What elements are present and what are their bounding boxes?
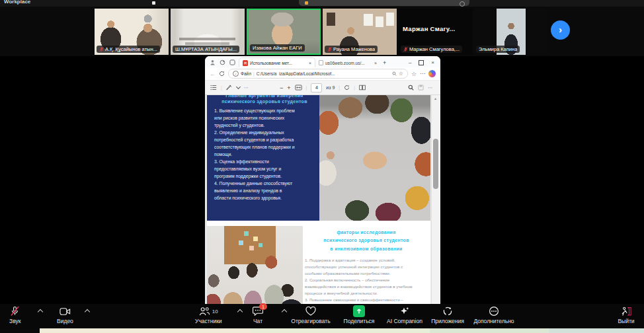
window-minimize-button[interactable]: – [409, 59, 411, 65]
participant-name-label: А.Қ. Құсайынов атын... [97, 46, 160, 53]
participant-name-label: Маржан Смагулова,... [401, 46, 462, 53]
refresh-button[interactable] [219, 71, 225, 77]
participants-count: 10 [212, 309, 218, 314]
window-maximize-button[interactable] [419, 60, 424, 65]
favorites-hub-icon[interactable]: ☆ [411, 71, 417, 77]
chat-button[interactable]: 1 Чат [253, 306, 263, 324]
share-screen-icon [353, 305, 365, 317]
tab-close-icon[interactable]: × [309, 61, 311, 65]
rotate-icon[interactable] [344, 85, 350, 91]
participant-tile[interactable]: А.Қ. Құсайынов атын... [95, 9, 169, 55]
browser-tab-strip: Использование мет... × us06web.zoom.us/.… [205, 56, 440, 67]
participant-name-label: Ш.МҰРТАЗА АТЫНДАҒЫ... [173, 46, 239, 53]
participant-tile[interactable]: Эльмира Капина [474, 9, 548, 55]
back-button[interactable]: ← [210, 71, 216, 77]
table-of-contents-icon[interactable] [210, 85, 217, 91]
scheme-label: Файл [241, 71, 251, 76]
shared-screen-stage: Использование мет... × us06web.zoom.us/.… [0, 56, 644, 304]
audio-options-chevron[interactable] [38, 309, 43, 314]
divider: | [306, 85, 307, 90]
page-number-input[interactable]: 4 [311, 83, 322, 92]
new-tab-button[interactable]: + [380, 59, 389, 67]
workspace-label: Workplace [4, 0, 30, 5]
participants-icon [199, 307, 210, 316]
address-path: C:/Users/a_iza/AppData/Local/Microsof... [257, 71, 390, 76]
participant-name-label: Рауана Маженова [325, 46, 378, 53]
participant-name-label: Эльмира Капина [476, 46, 520, 53]
leave-meeting-button[interactable]: Выйти [610, 306, 643, 324]
scrollbar-thumb[interactable] [433, 139, 438, 189]
audio-button[interactable]: Звук [9, 306, 20, 324]
tab-title: us06web.zoom.us/... [325, 61, 372, 65]
react-button[interactable]: Отреагировать [283, 306, 339, 324]
ai-companion-button[interactable]: AI Companion [378, 306, 431, 324]
pdf-more-icon[interactable]: ⋯ [428, 85, 432, 91]
participant-overlay-name: Маржан Смагу... [403, 25, 469, 32]
divider: | [253, 71, 255, 76]
browser-address-bar: ← i Файл | C:/Users/a_iza/AppData/Local/… [205, 67, 440, 81]
share-screen-button[interactable]: Поделиться [341, 306, 377, 324]
more-button[interactable]: Дополнительно [465, 306, 522, 324]
pdf-file-icon [243, 60, 248, 66]
desktop-taskbar-strip [0, 328, 644, 333]
sparkle-icon [399, 306, 410, 316]
system-search-pill[interactable] [299, 0, 469, 6]
lock-icon [305, 1, 308, 5]
muted-mic-icon [99, 47, 104, 52]
photo-hands-together [319, 95, 430, 221]
info-icon[interactable]: i [233, 71, 239, 77]
page-gap [207, 221, 430, 226]
zoom-out-button[interactable]: − [280, 85, 283, 91]
draw-pen-icon[interactable] [226, 85, 232, 91]
chevron-right-icon: › [559, 24, 562, 34]
chevron-down-icon[interactable] [236, 85, 241, 89]
pdf-scrollbar[interactable]: ▲ [431, 95, 440, 304]
participant-tile[interactable]: Маржан Смагу... Маржан Смагулова,... [399, 9, 473, 55]
window-close-button[interactable]: × [431, 59, 434, 65]
fit-width-icon[interactable] [295, 85, 302, 91]
participant-tile[interactable]: Рауана Маженова [323, 9, 397, 55]
workspaces-icon[interactable] [220, 59, 225, 65]
video-button[interactable]: Видео [57, 306, 73, 324]
scroll-up-arrow[interactable]: ▲ [434, 96, 437, 100]
url-field[interactable]: i Файл | C:/Users/a_iza/AppData/Local/Mi… [228, 69, 408, 79]
page-view-icon[interactable] [359, 85, 366, 91]
divider: | [354, 85, 355, 90]
copilot-icon[interactable] [428, 70, 436, 77]
apps-icon [442, 306, 453, 316]
search-document-icon[interactable] [408, 85, 414, 91]
zoom-in-button[interactable]: + [287, 85, 290, 91]
clock-icon [460, 1, 465, 7]
tab-pdf-document[interactable]: Использование мет... × [239, 57, 315, 67]
participants-button[interactable]: 10 Участники [195, 306, 222, 324]
search-icon[interactable] [392, 71, 397, 76]
slide2-title: факторы исследования психического здоров… [305, 229, 428, 253]
muted-mic-icon [327, 47, 332, 52]
slide1-body: 1. Выявление существующих проблем или ри… [214, 107, 315, 202]
slide2-body: 1. Поддержка и адаптация – создание усло… [305, 257, 429, 304]
chat-unread-badge: 1 [259, 303, 267, 310]
slide-measurement-arguments: Главные аргументы измерения психического… [207, 95, 430, 221]
heart-icon [305, 307, 316, 316]
participant-tile[interactable]: Ш.МҰРТАЗА АТЫНДАҒЫ... [171, 9, 245, 55]
tab-close-icon[interactable]: × [374, 61, 377, 65]
favorite-star-icon[interactable]: ☆ [399, 71, 403, 77]
participant-tile-active-speaker[interactable]: Изакова Айжан ЕАГИ [247, 9, 321, 55]
system-top-bar: Workplace [0, 0, 644, 7]
participants-options-chevron[interactable] [237, 309, 243, 314]
camera-icon [60, 307, 71, 316]
save-icon[interactable] [418, 85, 424, 91]
next-participants-page-button[interactable]: › [551, 20, 570, 40]
edge-browser-window: Использование мет... × us06web.zoom.us/.… [205, 56, 440, 304]
window-icon [152, 1, 155, 5]
slide1-title: Главные аргументы измерения психического… [210, 95, 319, 105]
meeting-toolbar: Звук Видео 10 Участники [0, 304, 644, 328]
apps-button[interactable]: Приложения [424, 306, 471, 324]
settings-more-icon[interactable]: ⋯ [420, 71, 425, 77]
divider: | [339, 85, 340, 90]
annotation-more-icon[interactable]: ⋯ [244, 85, 249, 91]
tab-zoom-web[interactable]: us06web.zoom.us/... × [315, 58, 380, 67]
profile-icon[interactable] [210, 59, 216, 65]
tab-actions-icon[interactable] [229, 59, 235, 65]
video-options-chevron[interactable] [85, 309, 90, 314]
